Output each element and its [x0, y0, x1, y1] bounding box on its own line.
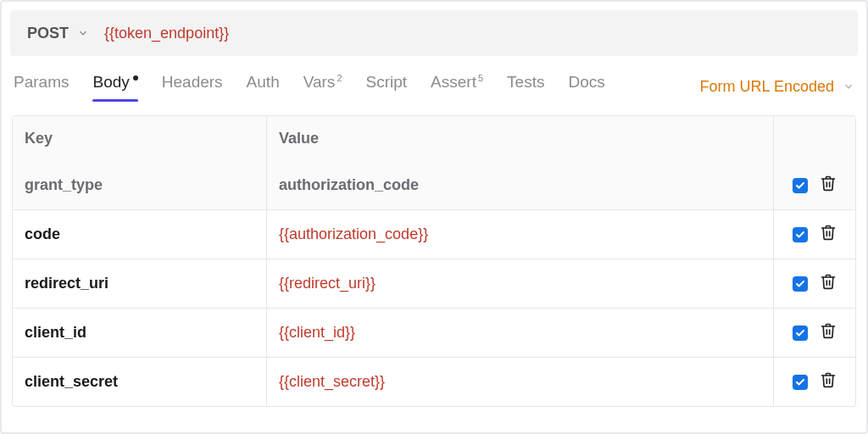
- tab-label: Vars: [303, 73, 336, 91]
- table-row: grant_typeauthorization_code: [13, 161, 855, 209]
- tab-label: Auth: [247, 73, 280, 91]
- tab-badge: 5: [478, 73, 483, 83]
- http-method-label: POST: [27, 25, 69, 42]
- tab-label: Assert: [431, 73, 476, 91]
- request-tabs: Params Body Headers Auth Vars2 Script As…: [14, 73, 605, 100]
- request-url-input[interactable]: {{token_endpoint}}: [104, 25, 229, 42]
- tab-script[interactable]: Script: [366, 73, 408, 100]
- enable-checkbox[interactable]: [793, 178, 808, 193]
- tab-vars[interactable]: Vars2: [303, 73, 342, 100]
- trash-icon[interactable]: [820, 371, 837, 392]
- param-actions-cell: [774, 210, 855, 259]
- param-key-cell[interactable]: grant_type: [13, 161, 267, 209]
- request-url-bar: POST {{token_endpoint}}: [10, 10, 858, 56]
- param-actions-cell: [774, 259, 855, 308]
- tab-docs[interactable]: Docs: [568, 73, 604, 100]
- tab-label: Params: [14, 73, 69, 91]
- tab-label: Tests: [507, 73, 544, 91]
- enable-checkbox[interactable]: [793, 227, 808, 242]
- tab-badge: 2: [337, 73, 342, 83]
- column-header-actions: [774, 116, 855, 161]
- param-key-cell[interactable]: redirect_uri: [13, 259, 267, 308]
- param-value-text: {{authorization_code}}: [279, 225, 428, 243]
- tab-label: Docs: [568, 73, 604, 91]
- body-params-table: Key Value grant_typeauthorization_codeco…: [12, 115, 856, 407]
- table-row: redirect_uri{{redirect_uri}}: [13, 259, 855, 308]
- param-value-text: {{client_id}}: [279, 324, 355, 342]
- param-value-cell[interactable]: {{authorization_code}}: [267, 210, 774, 259]
- param-actions-cell: [774, 161, 855, 209]
- enable-checkbox[interactable]: [793, 276, 808, 292]
- body-type-selector[interactable]: Form URL Encoded: [700, 78, 854, 96]
- trash-icon[interactable]: [820, 273, 837, 294]
- enable-checkbox[interactable]: [793, 326, 808, 341]
- param-value-cell[interactable]: {{client_id}}: [267, 309, 774, 357]
- tab-label: Headers: [162, 73, 223, 91]
- tab-assert[interactable]: Assert5: [431, 73, 483, 100]
- param-actions-cell: [774, 358, 855, 406]
- tab-body[interactable]: Body: [92, 73, 137, 100]
- trash-icon[interactable]: [820, 175, 837, 196]
- chevron-down-icon: [77, 27, 89, 39]
- table-row: client_secret{{client_secret}}: [13, 357, 855, 406]
- param-value-cell[interactable]: {{redirect_uri}}: [267, 259, 774, 308]
- param-value-text: authorization_code: [279, 176, 419, 194]
- tab-tests[interactable]: Tests: [507, 73, 544, 100]
- param-value-cell[interactable]: {{client_secret}}: [267, 358, 774, 406]
- tab-label: Script: [366, 73, 408, 91]
- column-header-value: Value: [267, 116, 774, 161]
- table-row: code{{authorization_code}}: [13, 209, 855, 259]
- tab-params[interactable]: Params: [14, 73, 69, 100]
- param-key-cell[interactable]: client_secret: [13, 358, 267, 406]
- trash-icon[interactable]: [820, 322, 837, 343]
- tab-auth[interactable]: Auth: [247, 73, 280, 100]
- param-key-cell[interactable]: client_id: [13, 309, 267, 357]
- param-value-text: {{client_secret}}: [279, 373, 385, 391]
- table-row: client_id{{client_id}}: [13, 308, 855, 357]
- param-actions-cell: [774, 309, 855, 357]
- table-header-row: Key Value: [13, 116, 855, 161]
- param-value-text: {{redirect_uri}}: [279, 275, 376, 292]
- param-key-cell[interactable]: code: [13, 210, 267, 259]
- chevron-down-icon: [843, 81, 854, 92]
- column-header-key: Key: [13, 116, 267, 161]
- dirty-indicator-icon: [133, 75, 138, 81]
- tab-label: Body: [92, 73, 129, 91]
- trash-icon[interactable]: [820, 224, 837, 245]
- tab-headers[interactable]: Headers: [162, 73, 223, 100]
- body-type-label: Form URL Encoded: [700, 78, 834, 96]
- http-method-selector[interactable]: POST: [27, 25, 89, 42]
- enable-checkbox[interactable]: [793, 375, 808, 390]
- param-value-cell[interactable]: authorization_code: [267, 161, 774, 209]
